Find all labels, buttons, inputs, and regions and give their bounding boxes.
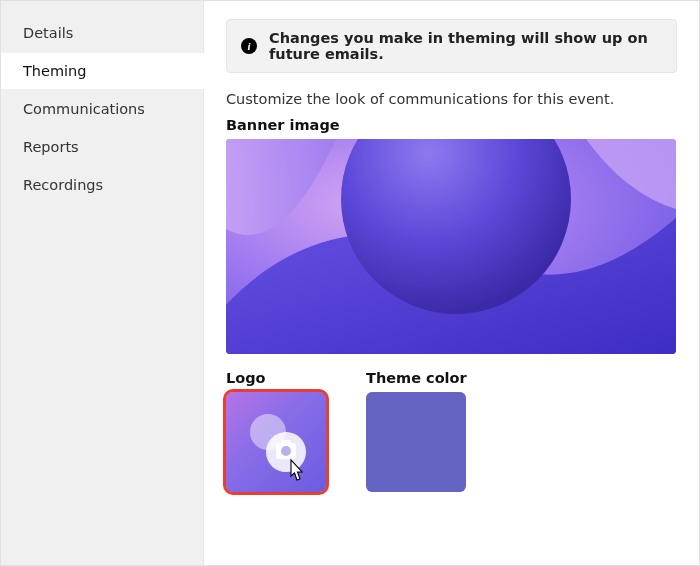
banner-graphic: [226, 139, 676, 354]
info-text: Changes you make in theming will show up…: [269, 30, 662, 62]
sidebar-item-theming[interactable]: Theming: [1, 53, 204, 89]
camera-icon: [276, 443, 296, 459]
logo-label: Logo: [226, 370, 326, 386]
info-icon: i: [241, 38, 257, 54]
logo-tile[interactable]: [226, 392, 326, 492]
description-text: Customize the look of communications for…: [226, 91, 677, 107]
main-content: i Changes you make in theming will show …: [204, 1, 699, 565]
sidebar-item-details[interactable]: Details: [1, 15, 197, 51]
sidebar-item-reports[interactable]: Reports: [1, 129, 197, 165]
sidebar: Details Theming Communications Reports R…: [1, 1, 204, 565]
theme-color-label: Theme color: [366, 370, 467, 386]
banner-image[interactable]: [226, 139, 676, 354]
logo-preview-graphic: [246, 414, 306, 469]
theme-color-tile[interactable]: [366, 392, 466, 492]
info-banner: i Changes you make in theming will show …: [226, 19, 677, 73]
banner-image-label: Banner image: [226, 117, 677, 133]
sidebar-item-recordings[interactable]: Recordings: [1, 167, 197, 203]
sidebar-item-communications[interactable]: Communications: [1, 91, 197, 127]
